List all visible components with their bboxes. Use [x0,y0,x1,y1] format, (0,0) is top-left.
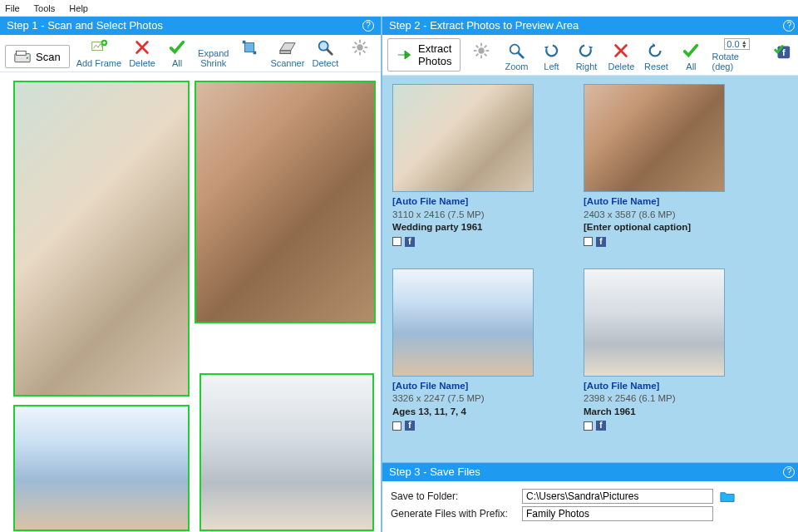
expand-shrink-icon-button[interactable] [235,38,264,68]
select-checkbox[interactable] [584,421,593,431]
menu-file[interactable]: File [5,3,20,13]
settings-button-s1[interactable] [346,38,374,68]
dimensions-label: 2398 x 2546 (6.1 MP) [584,392,750,406]
add-frame-icon [90,38,108,57]
all-button-s2[interactable]: All [677,42,705,71]
rotate-spinner[interactable]: 0.0 ▲▼ [724,38,749,50]
undo-icon [647,42,665,60]
selection-frame[interactable] [13,81,190,397]
save-to-input[interactable] [522,489,713,504]
gear-icon [351,38,369,57]
delete-button-s1[interactable]: Delete [128,38,156,68]
auto-file-name[interactable]: [Auto File Name] [584,380,750,393]
scanned-photo [201,375,372,530]
step3-help-icon[interactable]: ? [783,466,795,478]
caption-field[interactable]: [Enter optional caption] [584,221,750,234]
scanner-button[interactable]: Scanner [270,38,304,68]
svg-line-26 [485,54,487,57]
step2-toolbar: Extract Photos Zoom Left Right Delete [382,35,798,76]
svg-line-27 [485,46,487,48]
rotate-left-button[interactable]: Left [537,42,565,71]
detect-button[interactable]: Detect [311,38,339,68]
all-button-s1[interactable]: All [163,38,191,68]
step1-help-icon[interactable]: ? [362,20,374,32]
dimensions-label: 3326 x 2247 (7.5 MP) [392,392,559,406]
step1-header: Step 1 - Scan and Select Photos ? [0,17,381,35]
rotate-right-button[interactable]: Right [572,42,600,71]
delete-icon [612,42,630,60]
facebook-icon[interactable]: f [405,237,415,247]
facebook-icon[interactable]: f [405,421,415,431]
preview-item[interactable]: [Auto File Name]3110 x 2416 (7.5 MP)Wedd… [392,84,559,247]
menu-bar: File Tools Help [0,0,798,17]
svg-line-25 [476,46,479,48]
reset-button[interactable]: Reset [642,42,670,71]
caption-field[interactable]: March 1961 [584,406,750,419]
svg-line-28 [476,54,479,57]
step2-help-icon[interactable]: ? [783,20,795,32]
save-to-label: Save to Folder: [391,490,515,502]
scanned-photo [196,82,374,322]
rotate-left-icon [542,42,560,60]
preview-item[interactable]: [Auto File Name]2398 x 2546 (6.1 MP)Marc… [584,268,750,431]
svg-line-16 [355,42,357,45]
select-checkbox[interactable] [392,237,401,246]
auto-file-name[interactable]: [Auto File Name] [392,195,559,209]
extract-photos-button[interactable]: Extract Photos [387,38,461,71]
caption-field[interactable]: Ages 13, 11, 7, 4 [392,406,559,419]
prefix-label: Generate Files with Prefix: [391,508,515,520]
svg-line-17 [363,51,366,53]
spinner-arrows-icon[interactable]: ▲▼ [741,40,747,48]
preview-item[interactable]: [Auto File Name]2403 x 3587 (8.6 MP)[Ent… [584,84,750,247]
select-checkbox[interactable] [584,237,593,246]
preview-thumbnail[interactable] [392,268,534,377]
preview-area: [Auto File Name]3110 x 2416 (7.5 MP)Wedd… [382,76,798,462]
rotate-degrees-control[interactable]: 0.0 ▲▼ Rotate (deg) [712,38,761,71]
facebook-icon[interactable]: f [596,237,606,247]
checkmark-icon [168,38,186,57]
expand-shrink-button[interactable]: Expand Shrink [198,48,229,68]
selection-frame[interactable] [200,373,374,531]
svg-line-19 [355,51,357,53]
menu-help[interactable]: Help [69,3,88,13]
preview-thumbnail[interactable] [392,84,534,192]
preview-thumbnail[interactable] [584,268,725,377]
add-frame-button[interactable]: Add Frame [76,38,121,68]
scan-button[interactable]: Scan [5,45,70,68]
auto-file-name[interactable]: [Auto File Name] [392,380,559,393]
svg-point-2 [27,57,28,59]
svg-point-20 [479,47,485,53]
caption-field[interactable]: Wedding party 1961 [392,221,559,234]
flatbed-scanner-icon [278,38,297,57]
facebook-button[interactable]: f [768,42,796,71]
preview-thumbnail[interactable] [584,84,725,192]
delete-icon [133,38,151,57]
scan-area[interactable] [0,72,381,532]
auto-file-name[interactable]: [Auto File Name] [584,195,750,209]
browse-folder-button[interactable] [720,490,735,502]
scanned-photo [15,406,188,530]
svg-line-18 [363,42,366,45]
facebook-icon[interactable]: f [596,421,606,431]
zoom-button[interactable]: Zoom [502,42,530,71]
step2-title: Step 2 - Extract Photos to Preview Area [389,17,579,35]
svg-rect-1 [17,51,27,55]
settings-button-s2[interactable] [467,42,495,71]
preview-item[interactable]: [Auto File Name]3326 x 2247 (7.5 MP)Ages… [392,268,559,431]
svg-text:f: f [782,47,786,57]
delete-button-s2[interactable]: Delete [607,42,635,71]
prefix-input[interactable] [522,506,713,521]
selection-frame[interactable] [195,81,376,323]
dimensions-label: 3110 x 2416 (7.5 MP) [392,209,559,222]
select-checkbox[interactable] [392,421,401,431]
arrow-right-icon [397,47,413,62]
checkmark-icon [682,42,700,60]
dimensions-label: 2403 x 3587 (8.6 MP) [584,209,750,222]
step3-section: Step 3 - Save Files ? Save to Folder: Ge… [382,462,798,532]
step1-toolbar: Scan Add Frame Delete All Expand Shrink [0,35,381,72]
facebook-check-icon: f [773,42,791,60]
svg-rect-6 [243,41,246,44]
selection-frame[interactable] [13,405,190,531]
svg-line-30 [519,53,524,58]
menu-tools[interactable]: Tools [34,3,56,13]
